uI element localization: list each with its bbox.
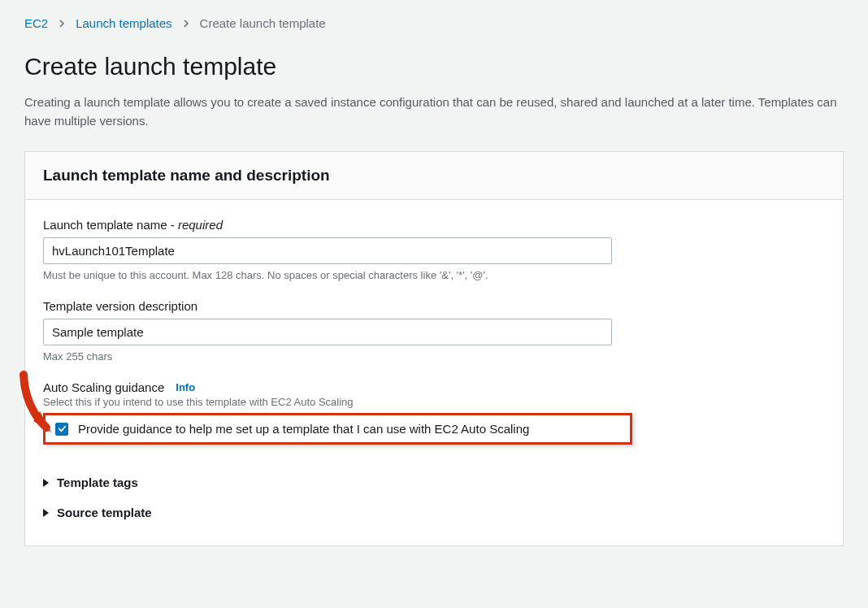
version-description-input[interactable] [43,319,612,345]
page-title: Create launch template [24,53,844,80]
expando-template-tags[interactable]: Template tags [43,467,825,497]
version-description-label: Template version description [43,299,825,313]
template-name-label: Launch template name - required [43,218,825,232]
info-link[interactable]: Info [176,381,195,393]
caret-right-icon [43,479,49,487]
field-template-name: Launch template name - required Must be … [43,218,825,281]
breadcrumb: EC2 Launch templates Create launch templ… [24,16,844,30]
section-auto-scaling: Auto Scaling guidance Info Select this i… [43,380,825,445]
version-description-hint: Max 255 chars [43,350,825,363]
auto-scaling-checkbox[interactable] [55,423,68,436]
auto-scaling-hint: Select this if you intend to use this te… [43,396,825,408]
breadcrumb-current: Create launch template [200,16,326,30]
panel-header: Launch template name and description [25,152,843,200]
breadcrumb-link-launch-templates[interactable]: Launch templates [76,16,171,30]
auto-scaling-label: Auto Scaling guidance [43,380,164,394]
expando-source-template[interactable]: Source template [43,497,825,528]
auto-scaling-checkbox-label[interactable]: Provide guidance to help me set up a tem… [78,422,529,436]
field-version-description: Template version description Max 255 cha… [43,299,825,363]
template-name-hint: Must be unique to this account. Max 128 … [43,269,825,281]
template-tags-label: Template tags [57,476,138,489]
auto-scaling-highlight: Provide guidance to help me set up a tem… [43,413,632,445]
page-description: Creating a launch template allows you to… [24,93,837,130]
caret-right-icon [43,509,49,517]
breadcrumb-link-ec2[interactable]: EC2 [24,16,48,30]
panel-heading: Launch template name and description [43,167,825,185]
template-name-input[interactable] [43,237,612,264]
chevron-right-icon [182,20,190,28]
chevron-right-icon [58,20,66,28]
panel-name-description: Launch template name and description Lau… [24,151,844,546]
source-template-label: Source template [57,506,152,519]
